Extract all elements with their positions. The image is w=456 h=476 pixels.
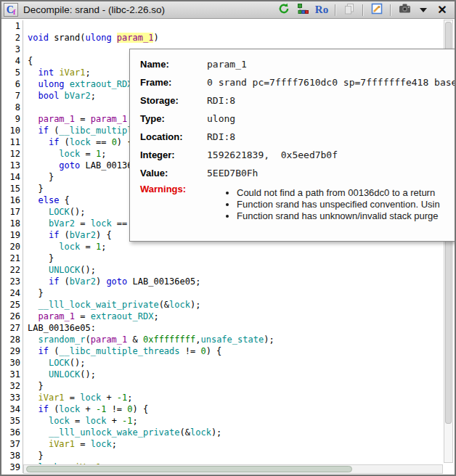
code-token[interactable]: lock [59,242,80,252]
code-token[interactable]: = [80,149,96,159]
code-token[interactable]: ); [190,300,200,310]
code-token[interactable]: ( [59,230,69,240]
code-token[interactable]: -1 [117,393,127,403]
code-token[interactable]: goto [106,276,127,287]
code-token[interactable]: srandom_r [38,335,85,345]
code-token[interactable] [28,242,59,252]
code-token[interactable]: 0xffffffff [143,335,195,345]
code-line[interactable]: 32 } [1,380,455,392]
code-token[interactable]: = [75,439,91,449]
code-token[interactable]: ( [59,276,69,287]
code-token[interactable]: ); [264,335,274,345]
code-token[interactable] [28,207,49,217]
code-line[interactable]: 22 UNLOCK(); [1,264,455,276]
code-token[interactable]: lock [49,416,70,426]
code-token[interactable] [28,300,38,310]
horizontal-scrollbar[interactable] [23,464,443,474]
code-token[interactable] [28,393,38,403]
code-token[interactable] [28,114,38,124]
edit-button[interactable] [369,3,385,17]
code-token[interactable]: 0 [127,404,132,414]
code-token[interactable]: lock [190,427,211,438]
code-token[interactable]: & [127,335,143,345]
code-token[interactable]: LOCK [49,358,70,368]
code-token[interactable]: (); [80,265,96,275]
graph-button[interactable] [295,3,311,17]
code-token[interactable]: != [106,404,127,414]
code-token[interactable] [59,91,64,101]
code-token[interactable]: lock [70,137,91,147]
code-token[interactable]: if [38,404,48,414]
code-line[interactable]: 1 [1,20,455,32]
code-token[interactable]: ( [49,346,59,356]
code-token[interactable]: __lll_unlock_wake_private [49,427,180,438]
code-token[interactable]: (); [70,358,86,368]
code-token[interactable]: ); [211,427,221,438]
code-token[interactable]: ( [85,335,90,345]
code-token[interactable] [28,311,38,321]
close-button[interactable]: ✕ [434,3,450,17]
code-token[interactable] [28,67,38,78]
code-token[interactable] [28,369,49,379]
code-token[interactable]: = [80,242,96,252]
code-token[interactable]: ; [101,242,106,252]
code-token[interactable]: ( [49,126,59,136]
code-token[interactable]: } [28,172,54,182]
code-token[interactable]: if [38,346,48,356]
code-token[interactable]: + [80,404,96,414]
code-token[interactable]: } [28,288,44,298]
code-line[interactable]: 35 lock = lock + -1; [1,415,455,427]
code-token[interactable] [28,404,38,414]
code-token[interactable]: } [28,184,44,194]
code-token[interactable]: ; [91,91,96,101]
code-token[interactable]: param_1 [91,114,128,124]
code-token[interactable]: = [75,218,91,229]
code-token[interactable]: = [65,393,81,403]
code-token[interactable]: (& [180,427,190,438]
code-token[interactable] [28,439,49,449]
code-token[interactable]: if [49,137,59,147]
code-token[interactable]: == [91,137,112,147]
code-token[interactable]: unsafe_state [200,335,264,345]
code-token[interactable] [65,79,70,89]
code-token[interactable]: + [101,393,117,403]
code-token[interactable] [28,149,59,159]
code-token[interactable]: != [180,346,201,356]
code-token[interactable]: extraout_RDX [91,311,154,321]
horizontal-scrollbar-thumb[interactable] [26,466,352,472]
code-token[interactable]: LAB_00136e05; [127,276,200,287]
code-line[interactable]: 28 srandom_r(param_1 & 0xffffffff,unsafe… [1,334,455,345]
code-line[interactable]: 26 param_1 = extraout_RDX; [1,311,455,322]
code-token[interactable]: ; [133,416,138,426]
code-token[interactable]: ) { [206,346,222,356]
code-token[interactable]: ) [96,276,106,287]
code-token[interactable]: ) [153,33,158,43]
code-token[interactable]: iVar1 [38,393,64,403]
code-token[interactable]: (); [70,207,86,217]
code-token[interactable]: ) { [96,230,112,240]
code-token[interactable]: ; [127,393,132,403]
code-token[interactable]: iVar1 [49,439,75,449]
ro-button[interactable]: Ro [314,3,330,17]
code-token[interactable]: srand( [49,33,86,43]
code-token[interactable]: 0 [200,346,205,356]
code-token[interactable]: = [70,416,86,426]
code-line[interactable]: 30 LOCK(); [1,357,455,369]
code-token[interactable]: param_1 [38,311,75,321]
code-line[interactable]: 21 } [1,253,455,264]
code-line[interactable]: 38 } [1,450,455,461]
code-line[interactable]: 29 if (__libc_multiple_threads != 0) { [1,345,455,357]
code-token[interactable] [28,230,49,240]
code-line[interactable]: 36 __lll_unlock_wake_private(&lock); [1,427,455,438]
code-token[interactable]: goto [59,160,80,171]
code-token[interactable]: param_1 [38,114,75,124]
code-line[interactable]: 31 UNLOCK(); [1,369,455,380]
code-line[interactable]: 23 if (bVar2) goto LAB_00136e05; [1,276,455,287]
code-token[interactable]: { [28,56,33,66]
refresh-button[interactable] [276,3,292,17]
code-token[interactable]: param_1 [91,335,128,345]
code-line[interactable]: 2void srand(ulong param_1) [1,32,455,44]
code-token[interactable]: lock [91,218,112,229]
copy-button[interactable] [341,3,357,17]
code-token[interactable]: = [75,114,91,124]
